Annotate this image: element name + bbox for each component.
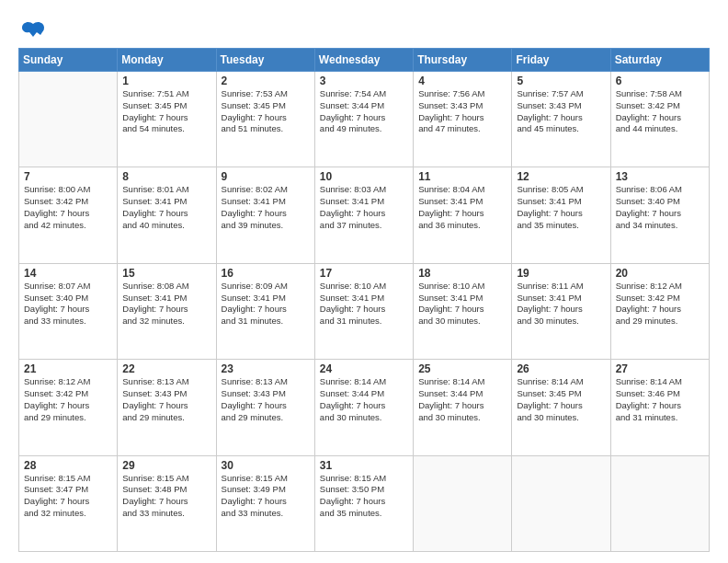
table-row: 22Sunrise: 8:13 AM Sunset: 3:43 PM Dayli… (118, 360, 216, 455)
day-number: 8 (122, 170, 210, 183)
day-info: Sunrise: 8:10 AM Sunset: 3:41 PM Dayligh… (418, 281, 506, 327)
table-row: 19Sunrise: 8:11 AM Sunset: 3:41 PM Dayli… (512, 263, 610, 359)
table-row: 1Sunrise: 7:51 AM Sunset: 3:45 PM Daylig… (118, 72, 216, 167)
day-info: Sunrise: 8:13 AM Sunset: 3:43 PM Dayligh… (122, 376, 210, 423)
day-info: Sunrise: 8:15 AM Sunset: 3:49 PM Dayligh… (222, 473, 310, 520)
table-row: 30Sunrise: 8:15 AM Sunset: 3:49 PM Dayli… (216, 455, 314, 551)
day-info: Sunrise: 8:00 AM Sunset: 3:42 PM Dayligh… (24, 184, 112, 231)
day-number: 31 (320, 459, 408, 472)
day-info: Sunrise: 8:14 AM Sunset: 3:45 PM Dayligh… (517, 376, 605, 423)
day-info: Sunrise: 8:01 AM Sunset: 3:41 PM Dayligh… (122, 184, 210, 231)
table-row: 23Sunrise: 8:13 AM Sunset: 3:43 PM Dayli… (216, 360, 314, 455)
day-number: 10 (320, 170, 408, 183)
table-row: 25Sunrise: 8:14 AM Sunset: 3:44 PM Dayli… (414, 360, 512, 455)
calendar-header-row: Sunday Monday Tuesday Wednesday Thursday… (19, 49, 710, 72)
table-row (19, 72, 118, 167)
table-row: 24Sunrise: 8:14 AM Sunset: 3:44 PM Dayli… (314, 360, 413, 455)
table-row: 14Sunrise: 8:07 AM Sunset: 3:40 PM Dayli… (19, 263, 118, 359)
header (18, 17, 710, 40)
day-info: Sunrise: 8:13 AM Sunset: 3:43 PM Dayligh… (222, 376, 310, 423)
table-row (512, 455, 610, 551)
calendar-week-row: 1Sunrise: 7:51 AM Sunset: 3:45 PM Daylig… (19, 72, 710, 167)
calendar-table: Sunday Monday Tuesday Wednesday Thursday… (18, 48, 710, 552)
day-info: Sunrise: 8:12 AM Sunset: 3:42 PM Dayligh… (24, 376, 112, 423)
day-info: Sunrise: 8:09 AM Sunset: 3:41 PM Dayligh… (222, 281, 310, 327)
col-wednesday: Wednesday (314, 49, 413, 72)
day-number: 4 (418, 75, 506, 87)
day-info: Sunrise: 8:04 AM Sunset: 3:41 PM Dayligh… (418, 184, 506, 231)
day-info: Sunrise: 7:51 AM Sunset: 3:45 PM Dayligh… (122, 88, 210, 135)
table-row: 2Sunrise: 7:53 AM Sunset: 3:45 PM Daylig… (216, 72, 314, 167)
day-info: Sunrise: 8:02 AM Sunset: 3:41 PM Dayligh… (222, 184, 310, 231)
table-row: 29Sunrise: 8:15 AM Sunset: 3:48 PM Dayli… (118, 455, 216, 551)
day-info: Sunrise: 8:15 AM Sunset: 3:50 PM Dayligh… (320, 473, 408, 520)
day-number: 19 (517, 267, 605, 280)
table-row: 4Sunrise: 7:56 AM Sunset: 3:43 PM Daylig… (414, 72, 512, 167)
day-info: Sunrise: 8:12 AM Sunset: 3:42 PM Dayligh… (616, 281, 704, 327)
day-number: 16 (222, 267, 310, 280)
table-row: 31Sunrise: 8:15 AM Sunset: 3:50 PM Dayli… (314, 455, 413, 551)
day-number: 15 (122, 267, 210, 280)
day-number: 22 (122, 362, 210, 375)
day-number: 7 (24, 170, 112, 183)
day-number: 5 (517, 75, 605, 87)
logo-bird-icon (20, 20, 46, 40)
calendar-week-row: 14Sunrise: 8:07 AM Sunset: 3:40 PM Dayli… (19, 263, 710, 359)
day-number: 25 (418, 362, 506, 375)
day-info: Sunrise: 8:15 AM Sunset: 3:48 PM Dayligh… (122, 473, 210, 520)
table-row: 13Sunrise: 8:06 AM Sunset: 3:40 PM Dayli… (610, 167, 709, 263)
day-info: Sunrise: 8:08 AM Sunset: 3:41 PM Dayligh… (122, 281, 210, 327)
day-info: Sunrise: 7:54 AM Sunset: 3:44 PM Dayligh… (320, 88, 408, 135)
day-number: 17 (320, 267, 408, 280)
page: Sunday Monday Tuesday Wednesday Thursday… (0, 0, 728, 563)
table-row: 26Sunrise: 8:14 AM Sunset: 3:45 PM Dayli… (512, 360, 610, 455)
day-number: 13 (616, 170, 704, 183)
day-number: 28 (24, 459, 112, 472)
table-row: 16Sunrise: 8:09 AM Sunset: 3:41 PM Dayli… (216, 263, 314, 359)
day-number: 30 (222, 459, 310, 472)
day-info: Sunrise: 7:58 AM Sunset: 3:42 PM Dayligh… (616, 88, 704, 135)
day-info: Sunrise: 8:14 AM Sunset: 3:44 PM Dayligh… (418, 376, 506, 423)
day-number: 21 (24, 362, 112, 375)
calendar-week-row: 21Sunrise: 8:12 AM Sunset: 3:42 PM Dayli… (19, 360, 710, 455)
day-number: 27 (616, 362, 704, 375)
day-number: 12 (517, 170, 605, 183)
day-info: Sunrise: 8:07 AM Sunset: 3:40 PM Dayligh… (24, 281, 112, 327)
day-number: 3 (320, 75, 408, 87)
table-row: 10Sunrise: 8:03 AM Sunset: 3:41 PM Dayli… (314, 167, 413, 263)
table-row (610, 455, 709, 551)
day-info: Sunrise: 7:57 AM Sunset: 3:43 PM Dayligh… (517, 88, 605, 135)
day-number: 18 (418, 267, 506, 280)
table-row: 9Sunrise: 8:02 AM Sunset: 3:41 PM Daylig… (216, 167, 314, 263)
day-info: Sunrise: 8:05 AM Sunset: 3:41 PM Dayligh… (517, 184, 605, 231)
table-row: 17Sunrise: 8:10 AM Sunset: 3:41 PM Dayli… (314, 263, 413, 359)
table-row: 20Sunrise: 8:12 AM Sunset: 3:42 PM Dayli… (610, 263, 709, 359)
table-row: 18Sunrise: 8:10 AM Sunset: 3:41 PM Dayli… (414, 263, 512, 359)
calendar-week-row: 7Sunrise: 8:00 AM Sunset: 3:42 PM Daylig… (19, 167, 710, 263)
day-number: 29 (122, 459, 210, 472)
day-info: Sunrise: 8:15 AM Sunset: 3:47 PM Dayligh… (24, 473, 112, 520)
day-number: 11 (418, 170, 506, 183)
day-number: 23 (222, 362, 310, 375)
day-info: Sunrise: 8:11 AM Sunset: 3:41 PM Dayligh… (517, 281, 605, 327)
table-row: 7Sunrise: 8:00 AM Sunset: 3:42 PM Daylig… (19, 167, 118, 263)
table-row: 6Sunrise: 7:58 AM Sunset: 3:42 PM Daylig… (610, 72, 709, 167)
table-row: 11Sunrise: 8:04 AM Sunset: 3:41 PM Dayli… (414, 167, 512, 263)
day-number: 1 (122, 75, 210, 87)
calendar-week-row: 28Sunrise: 8:15 AM Sunset: 3:47 PM Dayli… (19, 455, 710, 551)
col-monday: Monday (118, 49, 216, 72)
logo (18, 20, 46, 40)
col-thursday: Thursday (414, 49, 512, 72)
day-info: Sunrise: 7:53 AM Sunset: 3:45 PM Dayligh… (222, 88, 310, 135)
day-number: 2 (222, 75, 310, 87)
day-info: Sunrise: 8:03 AM Sunset: 3:41 PM Dayligh… (320, 184, 408, 231)
table-row: 5Sunrise: 7:57 AM Sunset: 3:43 PM Daylig… (512, 72, 610, 167)
day-info: Sunrise: 8:14 AM Sunset: 3:44 PM Dayligh… (320, 376, 408, 423)
table-row: 8Sunrise: 8:01 AM Sunset: 3:41 PM Daylig… (118, 167, 216, 263)
table-row: 28Sunrise: 8:15 AM Sunset: 3:47 PM Dayli… (19, 455, 118, 551)
table-row: 12Sunrise: 8:05 AM Sunset: 3:41 PM Dayli… (512, 167, 610, 263)
table-row: 3Sunrise: 7:54 AM Sunset: 3:44 PM Daylig… (314, 72, 413, 167)
day-number: 24 (320, 362, 408, 375)
day-number: 6 (616, 75, 704, 87)
table-row (414, 455, 512, 551)
